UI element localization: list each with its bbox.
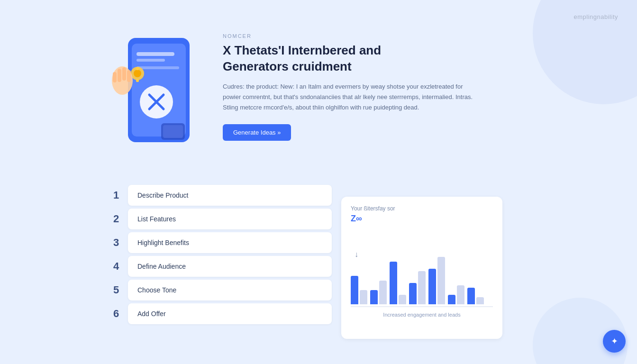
- svg-rect-15: [118, 69, 121, 82]
- bar-blue: [467, 288, 475, 304]
- step-number: 5: [104, 284, 128, 296]
- step-row[interactable]: 4Define Audience: [104, 256, 332, 277]
- hero-section: NOMCER X Thetats'I Internbered andGenera…: [104, 28, 474, 163]
- step-number: 3: [104, 237, 128, 249]
- hero-illustration: [104, 33, 209, 163]
- bar-group: [390, 262, 406, 304]
- steps-section: 1Describe Product2List Features3Highligh…: [104, 185, 332, 327]
- step-label: Highlight Benefits: [128, 232, 332, 253]
- bar-light: [437, 257, 445, 304]
- step-row[interactable]: 5Choose Tone: [104, 280, 332, 300]
- svg-rect-13: [136, 79, 139, 82]
- fab-icon: ✦: [611, 336, 618, 346]
- svg-rect-4: [136, 66, 179, 69]
- svg-rect-2: [136, 52, 174, 56]
- step-number: 6: [104, 308, 128, 320]
- bar-light: [379, 281, 387, 304]
- step-row[interactable]: 3Highlight Benefits: [104, 232, 332, 253]
- bar-group: [428, 257, 445, 304]
- chart-title: Your ßitersfay sor: [351, 205, 493, 212]
- bar-light: [360, 290, 367, 304]
- chart-area: ↓: [351, 231, 493, 307]
- chart-x-label: Increased engagement and leads: [351, 312, 493, 318]
- svg-point-11: [134, 70, 141, 77]
- bar-group: [467, 288, 484, 304]
- bar-light: [418, 271, 426, 304]
- svg-rect-16: [113, 72, 117, 82]
- hero-label: NOMCER: [223, 33, 474, 39]
- chart-subtitle: Z∞: [351, 214, 493, 224]
- svg-rect-3: [136, 59, 165, 62]
- bar-blue: [351, 276, 358, 304]
- bar-light: [457, 285, 464, 304]
- step-label: Describe Product: [128, 185, 332, 206]
- bar-light: [476, 297, 484, 304]
- brand-name: emplingnability: [574, 13, 619, 20]
- bar-blue: [428, 269, 436, 304]
- step-label: Choose Tone: [128, 280, 332, 300]
- step-number: 1: [104, 189, 128, 201]
- chart-section: Your ßitersfay sor Z∞ ↓ Increased engage…: [341, 197, 502, 339]
- svg-rect-9: [163, 125, 183, 138]
- step-number: 4: [104, 260, 128, 273]
- bar-group: [351, 276, 367, 304]
- step-row[interactable]: 6Add Offer: [104, 303, 332, 324]
- svg-rect-18: [127, 70, 131, 82]
- generate-button[interactable]: Generate Ideas »: [223, 124, 291, 141]
- step-label: List Features: [128, 209, 332, 229]
- step-label: Define Audience: [128, 256, 332, 277]
- chart-arrow-icon: ↓: [355, 250, 358, 259]
- bar-group: [370, 281, 387, 304]
- step-number: 2: [104, 213, 128, 225]
- step-row[interactable]: 1Describe Product: [104, 185, 332, 206]
- hero-description: Cudres: the product: New: I an Italm and…: [223, 82, 474, 113]
- step-label: Add Offer: [128, 303, 332, 324]
- bar-blue: [390, 262, 397, 304]
- hero-text: NOMCER X Thetats'I Internbered andGenera…: [223, 28, 474, 141]
- fab-button[interactable]: ✦: [603, 330, 626, 353]
- bar-blue: [370, 290, 378, 304]
- bar-blue: [448, 295, 455, 304]
- bar-blue: [409, 283, 417, 304]
- bar-group: [448, 285, 464, 304]
- svg-rect-17: [122, 67, 126, 81]
- bar-group: [409, 271, 426, 304]
- hero-title: X Thetats'I Internbered andGenerators cr…: [223, 43, 474, 75]
- svg-rect-12: [136, 67, 139, 70]
- step-row[interactable]: 2List Features: [104, 209, 332, 229]
- bar-light: [399, 295, 406, 304]
